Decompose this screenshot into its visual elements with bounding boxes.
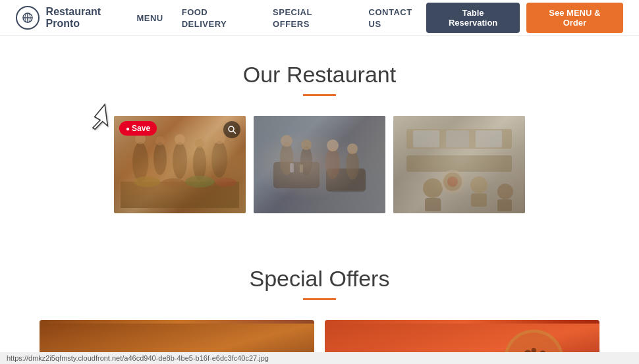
nav-item-food-delivery[interactable]: FOOD DELIVERY <box>182 6 254 30</box>
svg-point-31 <box>346 151 359 180</box>
status-url: https://dmkz2i5qfmsty.cloudfront.net/a46… <box>7 354 269 362</box>
svg-point-27 <box>300 146 312 175</box>
restaurant-section: Our Restaurant <box>0 36 639 253</box>
svg-line-21 <box>233 131 236 134</box>
restaurant-section-header: Our Restaurant <box>40 62 599 96</box>
navbar-actions: Table Reservation See MENU & Order <box>426 3 623 33</box>
restaurant-image-2 <box>254 116 385 213</box>
svg-point-8 <box>155 136 165 145</box>
special-offers-title: Special Offers <box>40 266 599 292</box>
svg-point-29 <box>325 147 340 179</box>
svg-rect-36 <box>406 129 512 149</box>
brand-name: Restaurant Pronto <box>46 6 137 30</box>
svg-point-20 <box>229 126 234 132</box>
svg-point-18 <box>185 176 214 188</box>
restaurant-img-svg-3 <box>393 116 525 213</box>
svg-rect-39 <box>446 130 469 147</box>
main-content: Our Restaurant <box>0 36 639 364</box>
svg-point-41 <box>423 178 443 198</box>
pinterest-save-overlay: ● Save <box>119 121 157 136</box>
nav-item-menu[interactable]: MENU <box>136 12 163 24</box>
save-button[interactable]: ● Save <box>119 121 157 136</box>
brand-logo <box>16 6 40 30</box>
svg-rect-34 <box>300 165 303 172</box>
svg-rect-40 <box>476 130 502 147</box>
svg-point-30 <box>327 140 339 151</box>
save-label: Save <box>132 124 150 133</box>
nav-link-special-offers[interactable]: SPECIAL OFFERS <box>273 7 312 29</box>
restaurant-section-divider <box>303 94 336 96</box>
svg-rect-42 <box>425 198 441 211</box>
save-icon: ● <box>126 125 130 132</box>
svg-rect-23 <box>273 162 320 188</box>
nav-link-food-delivery[interactable]: FOOD DELIVERY <box>182 7 227 29</box>
gallery-item-3 <box>393 116 525 213</box>
svg-rect-24 <box>326 169 366 192</box>
status-bar: https://dmkz2i5qfmsty.cloudfront.net/a46… <box>0 352 639 364</box>
gallery-item-2 <box>254 116 385 213</box>
svg-point-45 <box>497 184 513 199</box>
gallery-wrapper: ● Save <box>40 116 599 213</box>
svg-point-7 <box>153 142 167 175</box>
svg-point-26 <box>281 135 292 147</box>
svg-rect-22 <box>254 116 385 213</box>
navbar: Restaurant Pronto MENU FOOD DELIVERY SPE… <box>0 0 639 36</box>
svg-point-32 <box>347 143 358 154</box>
svg-point-28 <box>301 140 312 150</box>
svg-point-43 <box>470 176 487 194</box>
restaurant-section-title: Our Restaurant <box>40 62 599 88</box>
svg-point-25 <box>280 142 293 175</box>
svg-point-12 <box>195 139 204 148</box>
nav-link-menu[interactable]: MENU <box>136 13 163 23</box>
special-offers-divider <box>303 298 336 300</box>
svg-point-11 <box>193 146 206 180</box>
brand-icon <box>21 11 34 24</box>
svg-point-14 <box>213 132 225 144</box>
nav-item-contact[interactable]: CONTACT US <box>369 6 427 30</box>
nav-links: MENU FOOD DELIVERY SPECIAL OFFERS CONTAC… <box>136 6 426 30</box>
special-offers-header: Special Offers <box>40 266 599 300</box>
svg-point-19 <box>215 178 236 187</box>
svg-point-5 <box>132 142 148 182</box>
svg-rect-15 <box>121 182 239 208</box>
svg-rect-46 <box>497 199 512 211</box>
restaurant-image-3 <box>393 116 525 213</box>
svg-point-9 <box>173 142 187 179</box>
svg-point-47 <box>441 170 464 194</box>
svg-point-13 <box>211 141 227 178</box>
nav-item-special-offers[interactable]: SPECIAL OFFERS <box>273 6 350 30</box>
svg-rect-37 <box>406 155 512 172</box>
svg-point-16 <box>134 176 160 187</box>
svg-rect-35 <box>393 116 525 213</box>
svg-rect-44 <box>471 194 487 207</box>
nav-link-contact[interactable]: CONTACT US <box>369 7 412 29</box>
photo-gallery: ● Save <box>40 116 599 213</box>
svg-point-48 <box>443 172 462 191</box>
restaurant-img-svg-2 <box>254 116 385 213</box>
search-circle-icon <box>227 125 236 134</box>
pinterest-search-icon[interactable] <box>223 121 240 138</box>
svg-point-49 <box>447 176 458 187</box>
table-reservation-button[interactable]: Table Reservation <box>426 3 519 33</box>
gallery-item-1: ● Save <box>114 116 246 213</box>
special-offers-section: Special Offers <box>0 253 639 364</box>
svg-point-17 <box>161 178 185 188</box>
svg-point-10 <box>175 134 185 145</box>
brand-logo-link[interactable]: Restaurant Pronto <box>16 6 136 30</box>
see-menu-button[interactable]: See MENU & Order <box>526 3 623 33</box>
svg-rect-38 <box>413 130 439 147</box>
svg-rect-33 <box>290 163 294 172</box>
